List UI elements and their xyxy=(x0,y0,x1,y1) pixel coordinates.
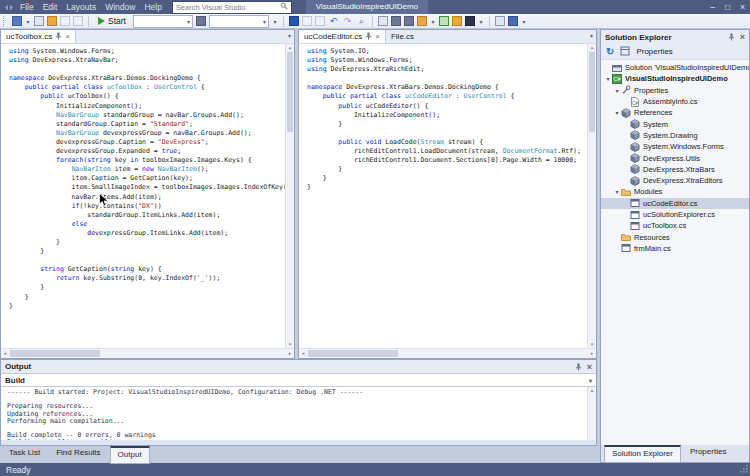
close-button[interactable]: × xyxy=(735,0,750,14)
platform-combo[interactable]: ▾ xyxy=(209,15,269,28)
vertical-scrollbar[interactable]: ▴ ▾ xyxy=(285,44,294,348)
tree-item-properties[interactable]: ▾Properties xyxy=(601,85,749,96)
pin-icon[interactable] xyxy=(365,32,372,42)
tree-item-ucsolutionexplorer-cs[interactable]: ucSolutionExplorer.cs xyxy=(601,209,749,220)
expander-icon[interactable]: ▾ xyxy=(604,75,612,82)
properties-window-icon[interactable] xyxy=(620,46,630,58)
theme-contrast-icon[interactable] xyxy=(465,16,475,26)
vertical-scrollbar[interactable]: ▴ xyxy=(587,387,596,440)
scroll-right-icon[interactable]: ▸ xyxy=(286,350,294,357)
navigate-back-icon[interactable] xyxy=(302,16,312,26)
panel-dropdown[interactable]: ▾ xyxy=(521,18,527,25)
tree-item-assemblyinfo-cs[interactable]: C#AssemblyInfo.cs xyxy=(601,96,749,107)
link-icon[interactable] xyxy=(73,16,83,26)
tree-item-modules[interactable]: ▾Modules xyxy=(601,186,749,197)
start-debug-icon[interactable] xyxy=(439,16,449,26)
tree-item-devexpress-xtrabars[interactable]: DevExpress.XtraBars xyxy=(601,164,749,175)
navigate-forward-icon[interactable] xyxy=(315,16,325,26)
resize-grip[interactable] xyxy=(740,465,748,475)
tab-ucToolbox.cs[interactable]: ucToolbox.cs× xyxy=(1,30,76,43)
tab-ucCodeEditor.cs[interactable]: ucCodeEditor.cs× xyxy=(299,30,386,43)
horizontal-scrollbar[interactable]: ◂ ▸ xyxy=(299,348,596,358)
new-window-icon[interactable] xyxy=(378,16,388,26)
search-input[interactable]: Search Visual Studio xyxy=(172,1,292,14)
output-log[interactable]: ------ Build started: Project: VisualStu… xyxy=(1,387,587,440)
tree-item-solution-visualstudioinspireduidemo-1-project-[interactable]: Solution 'VisualStudioInspiredUIDemo' (1… xyxy=(601,62,749,73)
menu-item-file[interactable]: File xyxy=(20,2,34,12)
pin-icon[interactable] xyxy=(728,33,735,41)
sidebar-tab-properties[interactable]: Properties xyxy=(683,445,733,460)
properties-button[interactable]: Properties xyxy=(636,47,672,56)
output-source-combo[interactable]: Build ▾ xyxy=(1,373,596,387)
code-area[interactable]: using System.Windows.Forms;using DevExpr… xyxy=(1,44,285,348)
add-window-icon[interactable] xyxy=(34,16,44,26)
tree-item-system[interactable]: System xyxy=(601,118,749,129)
tool-tab-find-results[interactable]: Find Results xyxy=(49,446,107,461)
undo-icon[interactable]: ↶ xyxy=(328,16,339,26)
redo-icon[interactable]: ↷ xyxy=(342,16,353,26)
chevron-down-icon[interactable]: ▾ xyxy=(590,30,596,43)
tree-item-system-drawing[interactable]: System.Drawing xyxy=(601,130,749,141)
sidebar-tab-solution-explorer[interactable]: Solution Explorer xyxy=(604,445,681,463)
expander-icon[interactable]: ▾ xyxy=(613,188,621,195)
tools-dropdown[interactable]: ▾ xyxy=(430,18,436,25)
maximize-button[interactable]: □ xyxy=(720,0,735,14)
scroll-down-icon[interactable]: ▾ xyxy=(591,341,594,348)
scroll-left-icon[interactable]: ◂ xyxy=(1,350,9,357)
scrollbar-thumb[interactable] xyxy=(10,350,100,357)
close-icon[interactable]: × xyxy=(375,33,380,41)
pan-hand-icon[interactable] xyxy=(417,16,427,26)
tree-item-devexpress-utils[interactable]: DevExpress.Utils xyxy=(601,152,749,163)
tree-item-frmmain-cs[interactable]: frmMain.cs xyxy=(601,243,749,254)
find-icon[interactable]: ⌕ xyxy=(356,16,367,26)
theme-dropdown[interactable]: ▾ xyxy=(478,18,484,25)
tree-item-uccodeeditor-cs[interactable]: ucCodeEditor.cs xyxy=(601,198,749,209)
scroll-right-icon[interactable]: ▸ xyxy=(588,350,596,357)
scrollbar-thumb[interactable] xyxy=(287,52,293,132)
pin-icon[interactable] xyxy=(575,363,582,371)
scroll-left-icon[interactable]: ◂ xyxy=(299,350,307,357)
menu-item-edit[interactable]: Edit xyxy=(43,2,58,12)
tab-File.cs[interactable]: File.cs xyxy=(386,30,419,43)
chevron-down-icon[interactable]: ▾ xyxy=(288,30,294,43)
vertical-scrollbar[interactable]: ▴ ▾ xyxy=(587,44,596,348)
menu-item-layouts[interactable]: Layouts xyxy=(66,2,96,12)
pin-icon[interactable] xyxy=(55,32,62,42)
close-icon[interactable]: × xyxy=(587,362,592,372)
tool-tab-task-list[interactable]: Task List xyxy=(2,446,47,461)
new-item-icon[interactable] xyxy=(12,16,22,26)
platform-dropdown[interactable]: ▾ xyxy=(272,18,278,25)
scroll-up-icon[interactable]: ▴ xyxy=(289,44,292,51)
refresh-icon[interactable]: ↻ xyxy=(606,46,614,57)
scroll-up-icon[interactable]: ▴ xyxy=(591,387,594,394)
tool-tab-output[interactable]: Output xyxy=(110,446,150,464)
search-code-icon[interactable] xyxy=(452,16,462,26)
menu-item-window[interactable]: Window xyxy=(105,2,135,12)
briefcase-icon[interactable] xyxy=(404,16,414,26)
dock-panel-icon[interactable] xyxy=(508,16,518,26)
code-area[interactable]: using System.IO;using System.Windows.For… xyxy=(299,44,587,348)
tree-item-uctoolbox-cs[interactable]: ucToolbox.cs xyxy=(601,220,749,231)
configuration-combo[interactable]: ▾ xyxy=(133,15,193,28)
save-icon[interactable] xyxy=(289,16,299,26)
tree-item-resources[interactable]: Resources xyxy=(601,231,749,242)
start-button[interactable]: Start xyxy=(94,16,130,26)
scrollbar-thumb[interactable] xyxy=(589,52,595,132)
close-icon[interactable]: × xyxy=(65,33,70,41)
scroll-up-icon[interactable]: ▴ xyxy=(591,44,594,51)
float-panel-icon[interactable] xyxy=(495,16,505,26)
tree-item-visualstudioinspireduidemo[interactable]: ▾C#VisualStudioInspiredUIDemo xyxy=(601,73,749,84)
horizontal-scrollbar[interactable]: ◂ ▸ xyxy=(1,348,294,358)
tree-item-devexpress-xtraeditors[interactable]: DevExpress.XtraEditors xyxy=(601,175,749,186)
new-item-dropdown[interactable]: ▾ xyxy=(25,18,31,25)
attach-process-icon[interactable] xyxy=(196,16,206,26)
tree-item-references[interactable]: ▾References xyxy=(601,107,749,118)
menu-item-help[interactable]: Help xyxy=(144,2,161,12)
expander-icon[interactable]: ▾ xyxy=(613,87,621,94)
save-all-icon[interactable] xyxy=(60,16,70,26)
scrollbar-thumb[interactable] xyxy=(308,350,398,357)
expander-icon[interactable]: ▾ xyxy=(613,109,621,116)
open-folder-icon[interactable] xyxy=(47,16,57,26)
tree-item-system-windows-forms[interactable]: System.Windows.Forms xyxy=(601,141,749,152)
close-icon[interactable]: × xyxy=(740,32,745,42)
